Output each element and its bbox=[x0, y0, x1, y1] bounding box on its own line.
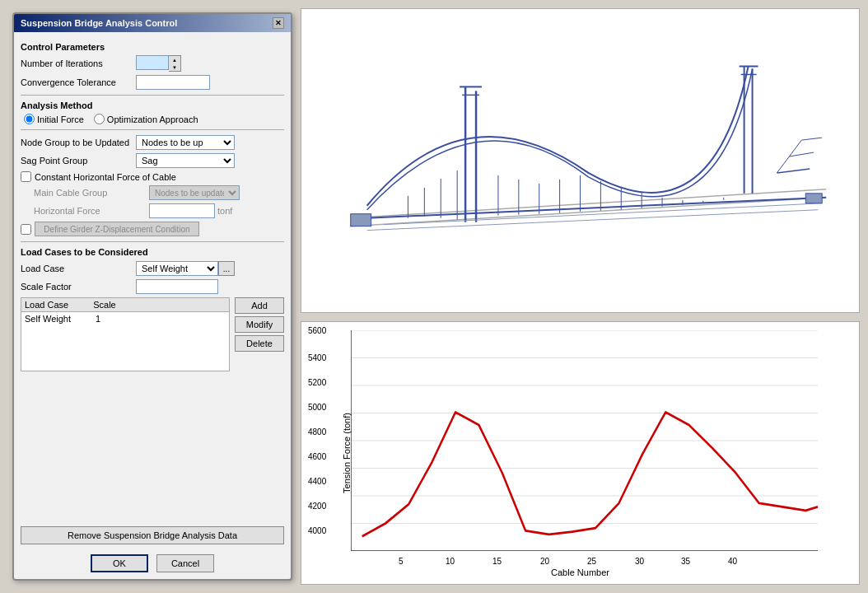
sag-group-select[interactable]: Sag bbox=[136, 153, 235, 168]
girder-z-button[interactable]: Define Girder Z-Displacement Condition bbox=[35, 222, 199, 236]
hz-force-input[interactable]: 0 bbox=[149, 203, 215, 218]
close-button[interactable]: ✕ bbox=[273, 17, 284, 29]
x-label-20: 20 bbox=[540, 557, 549, 566]
load-cases-table: Load Case Scale Self Weight 1 bbox=[21, 297, 230, 371]
remove-section: Remove Suspension Bridge Analysis Data bbox=[14, 526, 291, 549]
load-case-browse-button[interactable]: ... bbox=[218, 261, 235, 276]
initial-force-option[interactable]: Initial Force bbox=[24, 114, 84, 124]
cancel-button[interactable]: Cancel bbox=[156, 554, 214, 572]
remove-button[interactable]: Remove Suspension Bridge Analysis Data bbox=[21, 526, 284, 544]
scale-factor-input[interactable]: 1 bbox=[136, 279, 218, 294]
y-label-5600: 5600 bbox=[308, 326, 326, 335]
analysis-method-group: Initial Force Optimization Approach bbox=[24, 114, 284, 124]
bridge-svg bbox=[301, 9, 859, 312]
load-cases-table-wrap: Load Case Scale Self Weight 1 Add Modify… bbox=[21, 297, 284, 375]
col-scale: Scale bbox=[93, 300, 116, 310]
initial-force-radio[interactable] bbox=[24, 114, 35, 124]
x-label-5: 5 bbox=[399, 557, 404, 566]
y-axis-label: Tension Force (tonf) bbox=[342, 413, 352, 493]
iterations-spinbox[interactable]: 8 ▲ ▼ bbox=[136, 55, 181, 72]
x-axis-label: Cable Number bbox=[551, 567, 609, 577]
svg-rect-36 bbox=[805, 194, 822, 203]
dialog-body: Control Parameters Number of Iterations … bbox=[14, 32, 291, 526]
load-case-label: Load Case bbox=[21, 264, 136, 273]
girder-z-row: Define Girder Z-Displacement Condition bbox=[21, 222, 284, 236]
row-load-case: Self Weight bbox=[25, 314, 71, 324]
svg-rect-35 bbox=[351, 214, 371, 226]
y-label-5200: 5200 bbox=[308, 378, 326, 387]
load-case-select[interactable]: Self Weight bbox=[136, 261, 218, 276]
y-label-4200: 4200 bbox=[308, 502, 326, 511]
control-params-label: Control Parameters bbox=[21, 42, 284, 52]
iterations-row: Number of Iterations 8 ▲ ▼ bbox=[21, 55, 284, 72]
node-group-select[interactable]: Nodes to be up bbox=[136, 135, 235, 150]
main-cable-select[interactable]: Nodes to be update bbox=[149, 185, 240, 200]
x-label-30: 30 bbox=[635, 557, 644, 566]
modify-button[interactable]: Modify bbox=[235, 316, 284, 333]
analysis-method-label: Analysis Method bbox=[21, 100, 284, 110]
tolerance-input[interactable]: 1e-005 bbox=[136, 75, 210, 90]
row-scale: 1 bbox=[96, 314, 100, 324]
suspension-bridge-dialog: Suspension Bridge Analysis Control ✕ Con… bbox=[12, 12, 292, 581]
x-label-35: 35 bbox=[681, 557, 690, 566]
y-label-5400: 5400 bbox=[308, 353, 326, 362]
chart-svg bbox=[351, 330, 818, 551]
svg-rect-0 bbox=[301, 46, 859, 276]
table-header: Load Case Scale bbox=[21, 298, 229, 312]
dialog-titlebar: Suspension Bridge Analysis Control ✕ bbox=[14, 14, 291, 32]
y-label-4000: 4000 bbox=[308, 526, 326, 535]
iterations-down[interactable]: ▼ bbox=[169, 63, 180, 71]
optimization-option[interactable]: Optimization Approach bbox=[94, 114, 198, 124]
iterations-up[interactable]: ▲ bbox=[169, 56, 180, 63]
y-label-4800: 4800 bbox=[308, 427, 326, 437]
load-case-row: Load Case Self Weight ... bbox=[21, 261, 284, 276]
chart-area: Tension Force (tonf) Cable Number bbox=[301, 321, 860, 585]
col-load-case: Load Case bbox=[25, 300, 68, 310]
dialog-footer: OK Cancel bbox=[14, 549, 291, 579]
main-cable-label: Main Cable Group bbox=[34, 188, 149, 198]
y-label-5000: 5000 bbox=[308, 403, 326, 412]
iterations-spinner-buttons[interactable]: ▲ ▼ bbox=[169, 55, 181, 72]
hz-force-row: Horizontal Force 0 tonf bbox=[34, 203, 284, 218]
constant-hz-checkbox[interactable] bbox=[21, 171, 31, 182]
iterations-label: Number of Iterations bbox=[21, 58, 136, 68]
node-group-row: Node Group to be Updated Nodes to be up bbox=[21, 135, 284, 150]
iterations-input[interactable]: 8 bbox=[136, 55, 169, 70]
sag-group-row: Sag Point Group Sag bbox=[21, 153, 284, 168]
add-button[interactable]: Add bbox=[235, 297, 284, 314]
bridge-view bbox=[301, 8, 860, 313]
scale-factor-row: Scale Factor 1 bbox=[21, 279, 284, 294]
load-cases-label: Load Cases to be Considered bbox=[21, 247, 284, 257]
table-action-buttons: Add Modify Delete bbox=[235, 297, 284, 375]
ok-button[interactable]: OK bbox=[91, 554, 148, 572]
hz-force-label: Horizontal Force bbox=[34, 206, 149, 216]
optimization-radio[interactable] bbox=[94, 114, 105, 124]
y-label-4600: 4600 bbox=[308, 452, 326, 461]
x-label-15: 15 bbox=[492, 557, 502, 566]
main-cable-row: Main Cable Group Nodes to be update bbox=[34, 185, 284, 200]
tolerance-label: Convergence Tolerance bbox=[21, 77, 136, 87]
right-panel: Tension Force (tonf) Cable Number bbox=[292, 0, 868, 593]
table-row[interactable]: Self Weight 1 bbox=[21, 312, 229, 325]
girder-z-checkbox[interactable] bbox=[21, 224, 31, 235]
sag-group-label: Sag Point Group bbox=[21, 156, 136, 166]
x-label-25: 25 bbox=[587, 557, 596, 566]
x-label-10: 10 bbox=[446, 557, 455, 566]
delete-button[interactable]: Delete bbox=[235, 335, 284, 352]
constant-hz-label: Constant Horizontal Force of Cable bbox=[35, 172, 176, 182]
optimization-label: Optimization Approach bbox=[107, 114, 198, 124]
tolerance-row: Convergence Tolerance 1e-005 bbox=[21, 75, 284, 90]
x-label-40: 40 bbox=[728, 557, 737, 566]
dialog-title: Suspension Bridge Analysis Control bbox=[21, 18, 177, 28]
scale-factor-label: Scale Factor bbox=[21, 282, 136, 292]
y-label-4400: 4400 bbox=[308, 477, 326, 486]
constant-hz-row: Constant Horizontal Force of Cable bbox=[21, 171, 284, 182]
node-group-label: Node Group to be Updated bbox=[21, 138, 136, 147]
load-cases-table-area: Load Case Scale Self Weight 1 bbox=[21, 297, 230, 375]
hz-force-unit: tonf bbox=[217, 206, 232, 216]
initial-force-label: Initial Force bbox=[37, 114, 84, 124]
